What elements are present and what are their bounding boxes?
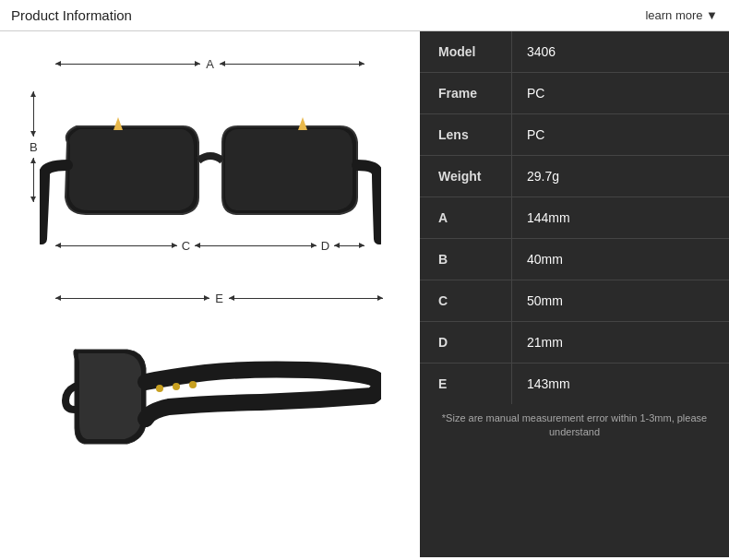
learn-more-button[interactable]: learn more ▼ — [645, 8, 718, 22]
dimension-a-arrow: A — [55, 57, 364, 71]
spec-value: 40mm — [512, 239, 578, 280]
spec-value: 50mm — [512, 280, 578, 321]
svg-marker-0 — [114, 117, 123, 130]
spec-label: B — [420, 239, 512, 280]
spec-value: 143mm — [512, 363, 585, 404]
spec-row: A144mm — [420, 197, 729, 239]
svg-marker-1 — [298, 117, 307, 130]
spec-label: Weight — [420, 156, 512, 197]
spec-label: D — [420, 322, 512, 363]
glasses-front-image — [40, 91, 381, 257]
dimension-c-label: C — [177, 239, 195, 253]
spec-row: D21mm — [420, 322, 729, 363]
front-view: A B — [18, 41, 401, 280]
spec-value: PC — [512, 114, 559, 155]
spec-value: 21mm — [512, 322, 578, 363]
right-panel: Model3406FramePCLensPCWeight29.7gA144mmB… — [420, 31, 729, 557]
spec-row: Weight29.7g — [420, 156, 729, 197]
spec-label: Model — [420, 31, 512, 72]
svg-point-4 — [189, 381, 197, 388]
spec-row: E143mm — [420, 363, 729, 404]
left-panel: A B — [0, 31, 420, 557]
spec-row: FramePC — [420, 73, 729, 114]
dimension-d-label: D — [317, 239, 334, 253]
spec-value: 29.7g — [512, 156, 574, 197]
dimension-e-arrow: E — [55, 292, 383, 305]
spec-row: C50mm — [420, 280, 729, 322]
dimension-e-label: E — [209, 292, 229, 305]
spec-label: E — [420, 363, 512, 404]
svg-point-3 — [173, 383, 180, 390]
spec-value: 3406 — [512, 31, 570, 72]
spec-row: B40mm — [420, 239, 729, 280]
main-content: A B — [0, 31, 729, 557]
svg-point-2 — [156, 385, 163, 392]
page-title: Product Information — [11, 7, 132, 23]
dimension-cd-row: C D — [55, 239, 364, 253]
spec-table: Model3406FramePCLensPCWeight29.7gA144mmB… — [420, 31, 729, 404]
spec-label: Lens — [420, 114, 512, 155]
dimension-b-label: B — [30, 137, 38, 158]
spec-value: 144mm — [512, 197, 585, 238]
spec-row: Model3406 — [420, 31, 729, 73]
dimension-b-arrow: B — [30, 91, 38, 202]
side-view: E — [18, 280, 401, 493]
spec-label: C — [420, 280, 512, 321]
measurement-note: *Size are manual measurement error withi… — [420, 404, 729, 447]
spec-row: LensPC — [420, 114, 729, 156]
spec-label: Frame — [420, 73, 512, 113]
header: Product Information learn more ▼ — [0, 0, 729, 31]
spec-value: PC — [512, 73, 559, 113]
spec-label: A — [420, 197, 512, 238]
glasses-side-image — [40, 317, 381, 483]
dimension-a-label: A — [200, 57, 220, 71]
